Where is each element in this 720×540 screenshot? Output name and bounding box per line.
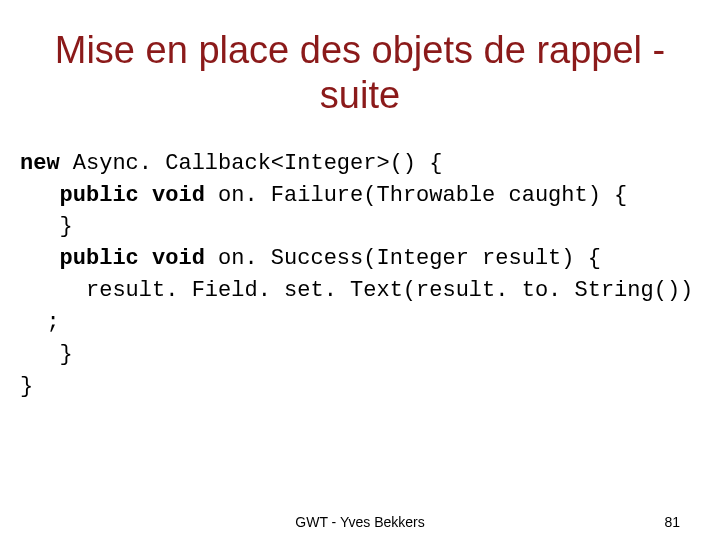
keyword-public-2: public [60,246,139,271]
code-indent-2 [20,246,60,271]
code-line-4: on. Success(Integer result) { [205,246,601,271]
keyword-void-2: void [139,246,205,271]
code-line-2: on. Failure(Throwable caught) { [205,183,627,208]
keyword-new: new [20,151,60,176]
keyword-void-1: void [139,183,205,208]
slide: Mise en place des objets de rappel - sui… [0,0,720,540]
code-line-1: Async. Callback<Integer>() { [60,151,443,176]
code-line-6: ; [20,310,60,335]
code-line-3: } [20,214,73,239]
footer-text: GWT - Yves Bekkers [295,514,424,530]
keyword-public-1: public [60,183,139,208]
code-line-7: } [20,342,73,367]
slide-title: Mise en place des objets de rappel - sui… [0,0,720,118]
code-block: new Async. Callback<Integer>() { public … [0,118,720,403]
code-line-8: } [20,374,33,399]
page-number: 81 [664,514,680,530]
code-line-5: result. Field. set. Text(result. to. Str… [20,278,693,303]
code-indent-1 [20,183,60,208]
